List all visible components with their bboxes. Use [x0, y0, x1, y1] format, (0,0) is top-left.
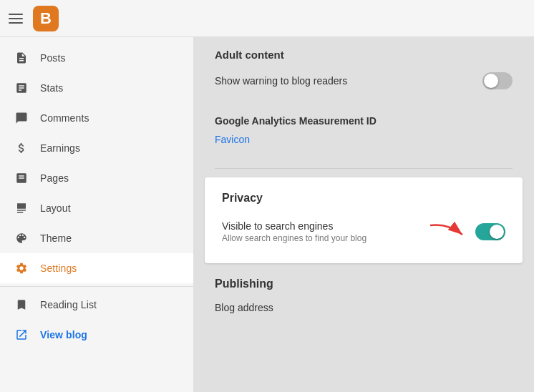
- sidebar: Posts Stats Comments Earnings Pages: [0, 37, 193, 392]
- top-bar: B: [0, 0, 534, 37]
- privacy-visible-sublabel: Allow search engines to find your blog: [222, 233, 366, 243]
- sidebar-item-label: Pages: [40, 172, 69, 184]
- sidebar-item-label: Settings: [40, 263, 77, 274]
- adult-content-section: Adult content Show warning to blog reade…: [193, 37, 534, 107]
- doc-icon: [14, 52, 29, 64]
- privacy-visible-label: Visible to search engines: [222, 220, 366, 232]
- sidebar-item-label: Layout: [40, 202, 71, 214]
- adult-content-toggle-label: Show warning to blog readers: [215, 75, 347, 87]
- analytics-section: Google Analytics Measurement ID Favicon: [193, 107, 534, 162]
- privacy-toggle-group: [427, 222, 505, 242]
- sidebar-item-label: Posts: [40, 52, 66, 64]
- adult-content-title-row: Adult content: [215, 43, 513, 67]
- external-icon: [14, 328, 29, 341]
- sidebar-item-label: Theme: [40, 232, 72, 244]
- toggle-thumb: [484, 74, 498, 88]
- sidebar-item-label: Stats: [40, 82, 63, 94]
- bookmark-icon: [14, 298, 29, 311]
- toggle-thumb: [490, 225, 504, 239]
- sidebar-item-comments[interactable]: Comments: [0, 103, 193, 133]
- theme-icon: [14, 232, 29, 245]
- comment-icon: [14, 112, 29, 124]
- layout-icon: [14, 202, 29, 215]
- pages-icon: [14, 172, 29, 185]
- analytics-label: Google Analytics Measurement ID: [215, 115, 377, 127]
- sidebar-item-label: View blog: [40, 329, 87, 340]
- privacy-toggle[interactable]: [475, 223, 505, 240]
- red-arrow-icon: [427, 222, 470, 242]
- content-area: Adult content Show warning to blog reade…: [193, 37, 534, 392]
- sidebar-item-layout[interactable]: Layout: [0, 193, 193, 223]
- analytics-row: Google Analytics Measurement ID: [215, 109, 513, 132]
- blog-address-label: Blog address: [215, 296, 513, 319]
- favicon-row: Favicon: [215, 132, 513, 151]
- sidebar-item-earnings[interactable]: Earnings: [0, 133, 193, 163]
- dollar-icon: [14, 142, 29, 155]
- sidebar-item-view-blog[interactable]: View blog: [0, 320, 193, 350]
- privacy-card: Privacy Visible to search engines Allow …: [205, 177, 523, 263]
- publishing-section: Publishing Blog address: [193, 272, 534, 319]
- hamburger-button[interactable]: [9, 14, 23, 24]
- sidebar-item-label: Comments: [40, 112, 89, 124]
- sidebar-item-theme[interactable]: Theme: [0, 223, 193, 253]
- main-layout: Posts Stats Comments Earnings Pages: [0, 37, 534, 392]
- adult-content-toggle-row: Show warning to blog readers: [215, 67, 513, 95]
- privacy-toggle-row: Visible to search engines Allow search e…: [222, 215, 505, 249]
- stats-icon: [14, 82, 29, 94]
- section-divider: [215, 168, 513, 169]
- privacy-text-group: Visible to search engines Allow search e…: [222, 220, 366, 243]
- gear-icon: [14, 262, 29, 275]
- sidebar-divider: [0, 286, 193, 287]
- adult-content-label: Adult content: [215, 49, 284, 61]
- privacy-title: Privacy: [222, 192, 505, 205]
- sidebar-item-pages[interactable]: Pages: [0, 163, 193, 193]
- publishing-title: Publishing: [215, 278, 513, 290]
- sidebar-item-label: Reading List: [40, 299, 97, 310]
- sidebar-item-settings[interactable]: Settings: [0, 253, 193, 283]
- sidebar-item-reading-list[interactable]: Reading List: [0, 290, 193, 320]
- sidebar-item-posts[interactable]: Posts: [0, 43, 193, 73]
- sidebar-item-label: Earnings: [40, 142, 80, 154]
- sidebar-item-stats[interactable]: Stats: [0, 73, 193, 103]
- adult-content-toggle[interactable]: [482, 72, 513, 89]
- blogger-logo: B: [33, 6, 59, 31]
- favicon-link[interactable]: Favicon: [215, 134, 250, 145]
